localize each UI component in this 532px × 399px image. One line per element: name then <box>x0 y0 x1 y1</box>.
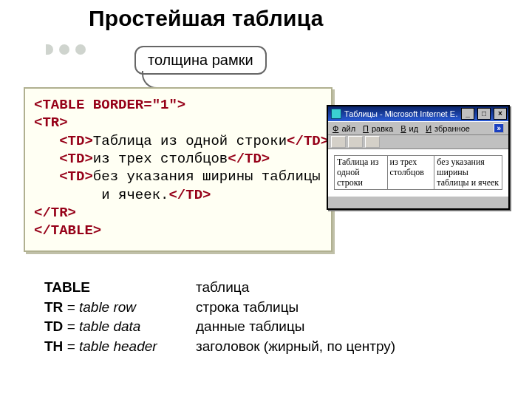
close-button[interactable]: × <box>494 108 507 120</box>
definition-desc: строка таблицы <box>196 298 299 318</box>
slide: Простейшая таблица толщина рамки <TABLE … <box>0 0 532 399</box>
status-bar <box>328 196 508 208</box>
t: збранное <box>433 124 471 133</box>
ie-icon <box>331 109 341 119</box>
code-tag: <TABLE <box>34 97 84 113</box>
dot-icon <box>46 44 53 55</box>
t: равка <box>370 124 395 133</box>
code-tag: <TD> <box>34 133 93 149</box>
window-titlebar: Таблицы - Microsoft Internet E… _ □ × <box>328 106 508 121</box>
definition-term: TD = table data <box>44 317 196 337</box>
term-bold: TABLE <box>44 279 90 295</box>
term-bold: TD <box>44 318 63 334</box>
code-text: без указания ширины таблицы <box>93 168 321 185</box>
code-tag: <TR> <box>34 115 68 131</box>
table-row: Таблица из одной строки из трех столбцов… <box>335 156 502 190</box>
definition-term: TR = table row <box>44 298 196 318</box>
code-tag: </TD> <box>168 187 211 203</box>
u: П <box>361 124 370 133</box>
definitions: TABLE таблица TR = table row строка табл… <box>44 278 395 356</box>
code-tag: </TABLE> <box>34 222 101 239</box>
t: ид <box>408 124 420 133</box>
page-content: Таблица из одной строки из трех столбцов… <box>328 149 508 196</box>
decorative-dots <box>46 44 86 55</box>
definition-desc: заголовок (жирный, по центру) <box>196 337 395 357</box>
toolbar-button[interactable] <box>331 136 346 148</box>
code-tag: </TD> <box>228 151 270 167</box>
term-rest: = table data <box>63 318 140 334</box>
dot-icon <box>75 44 86 55</box>
term-rest: = table row <box>63 299 136 315</box>
table-cell: из трех столбцов <box>387 156 434 190</box>
window-title-text: Таблицы - Microsoft Internet E… <box>344 109 458 118</box>
definition-desc: данные таблицы <box>196 317 304 337</box>
code-block: <TABLE BORDER="1"> <TR> <TD>Таблица из о… <box>24 87 332 252</box>
code-text: и ячеек. <box>34 187 168 203</box>
definition-term: TABLE <box>44 278 196 298</box>
definition-desc: таблица <box>196 278 249 298</box>
menu-overflow-icon[interactable]: » <box>494 123 504 133</box>
definition-term: TH = table header <box>44 337 196 357</box>
term-bold: TR <box>44 299 63 315</box>
menu-bar: Файл Правка Вид Избранное » <box>328 121 508 135</box>
definition-row: TH = table header заголовок (жирный, по … <box>44 337 395 357</box>
callout-tail-icon <box>142 71 160 89</box>
menu-view[interactable]: Вид <box>398 124 421 133</box>
definition-row: TR = table row строка таблицы <box>44 298 395 318</box>
term-bold: TH <box>44 338 63 354</box>
definition-row: TABLE таблица <box>44 278 395 298</box>
t: айл <box>340 124 357 133</box>
table-cell: без указания ширины таблицы и ячеек <box>434 156 502 190</box>
code-tag: <TD> <box>34 151 93 167</box>
term-rest: = table header <box>63 338 157 354</box>
menu-favorites[interactable]: Избранное <box>423 124 473 133</box>
html-table: Таблица из одной строки из трех столбцов… <box>334 155 502 190</box>
code-tag: <TD> <box>34 168 93 185</box>
toolbar-button[interactable] <box>365 136 380 148</box>
u: И <box>424 124 433 133</box>
code-attr: BORDER="1" <box>84 97 177 113</box>
minimize-button[interactable]: _ <box>461 108 474 120</box>
code-text: из трех столбцов <box>93 151 228 167</box>
code-text: Таблица из одной строки <box>93 133 287 149</box>
table-cell: Таблица из одной строки <box>335 156 388 190</box>
u: Ф <box>331 124 340 133</box>
toolbar <box>328 135 508 149</box>
code-tag: </TD> <box>287 133 329 149</box>
code-tag: > <box>177 97 185 113</box>
code-tag: </TR> <box>34 205 76 221</box>
menu-edit[interactable]: Правка <box>360 124 396 133</box>
browser-window: Таблицы - Microsoft Internet E… _ □ × Фа… <box>327 105 510 210</box>
menu-file[interactable]: Файл <box>330 124 358 133</box>
u: В <box>399 124 407 133</box>
definition-row: TD = table data данные таблицы <box>44 317 395 337</box>
toolbar-button[interactable] <box>348 136 363 148</box>
page-title: Простейшая таблица <box>89 6 324 31</box>
dot-icon <box>59 44 69 55</box>
maximize-button[interactable]: □ <box>477 108 491 120</box>
